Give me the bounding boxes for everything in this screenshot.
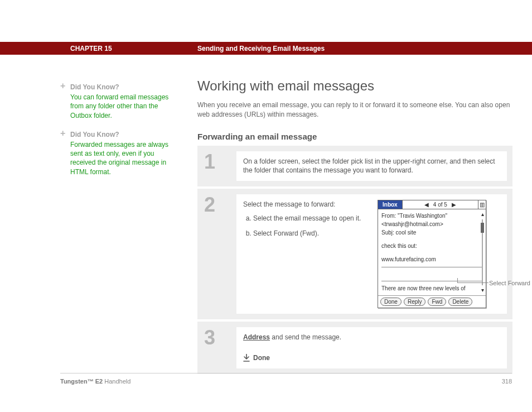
done-row: Done <box>243 353 500 363</box>
tip-heading: Did You Know? <box>70 130 177 139</box>
scrollbar: ▴ ▾ <box>480 210 485 294</box>
page-number: 318 <box>502 378 512 385</box>
screenshot-caption: Select Forward <box>489 279 530 288</box>
substep-b: Select Forward (Fwd). <box>253 229 371 238</box>
done-arrow-icon <box>243 354 250 362</box>
intro-paragraph: When you receive an email message, you c… <box>197 100 512 119</box>
plus-icon: + <box>60 130 67 137</box>
step-number: 2 <box>197 189 236 319</box>
sidebar-tip: + Did You Know? You can forward email me… <box>60 83 177 120</box>
step-2: 2 Select the message to forward: Select … <box>197 189 512 319</box>
folder-picklist-icon: ▥ <box>478 200 486 209</box>
prev-icon: ◀ <box>424 201 429 209</box>
substep-a: Select the email message to open it. <box>253 214 371 223</box>
page-title: Working with email messages <box>197 78 512 94</box>
plus-icon: + <box>60 83 67 89</box>
step-text: On a folder screen, select the folder pi… <box>243 157 500 176</box>
main-content: Working with email messages When you rec… <box>197 78 512 376</box>
from-name: "Travis Washington" <box>398 213 447 219</box>
inbox-tab: Inbox <box>378 200 403 209</box>
next-icon: ▶ <box>452 201 456 209</box>
chapter-number: CHAPTER 15 <box>70 45 112 52</box>
step-1: 1 On a folder screen, select the folder … <box>197 146 512 187</box>
device-fwd-button: Fwd <box>428 298 446 306</box>
sidebar: + Did You Know? You can forward email me… <box>60 83 177 186</box>
tip-body: Forwarded messages are always sent as te… <box>70 140 177 176</box>
chapter-header-bar: CHAPTER 15 Sending and Receiving Email M… <box>0 42 532 55</box>
body-url: www.futurefacing.com <box>381 256 482 264</box>
chapter-title: Sending and Receiving Email Messages <box>197 45 325 52</box>
step-number: 3 <box>197 322 236 374</box>
step-number: 1 <box>197 146 236 187</box>
page-footer: Tungsten™ E2 Handheld 318 <box>60 373 512 385</box>
product-rest: Handheld <box>103 378 130 385</box>
from-label: From: <box>381 213 396 219</box>
device-reply-button: Reply <box>404 298 426 306</box>
callout-line <box>457 282 489 283</box>
device-screenshot: Inbox ◀ 4 of 5 ▶ ▥ From: "Travis Washing… <box>378 200 486 308</box>
done-label: Done <box>253 353 270 363</box>
tip-body: You can forward email messages from any … <box>70 93 177 120</box>
scroll-down-icon: ▾ <box>481 286 484 294</box>
scroll-up-icon: ▴ <box>481 210 484 218</box>
product-name: Tungsten™ E2 Handheld <box>60 378 130 385</box>
product-bold: Tungsten™ E2 <box>60 378 103 385</box>
steps-list: 1 On a folder screen, select the folder … <box>197 146 512 374</box>
subj-label: Subj: <box>381 229 394 236</box>
from-email: <trwashjr@hotmail.com> <box>381 221 482 228</box>
step-3: 3 Address and send the message. Done <box>197 322 512 374</box>
device-done-button: Done <box>380 298 402 306</box>
address-link[interactable]: Address <box>243 333 270 341</box>
body-line: check this out: <box>381 242 482 250</box>
message-counter: 4 of 5 <box>433 201 447 209</box>
tip-heading: Did You Know? <box>70 83 177 92</box>
subj-value: cool site <box>396 229 417 236</box>
step-lead: Select the message to forward: <box>243 200 371 209</box>
section-heading: Forwarding an email message <box>197 132 512 141</box>
device-delete-button: Delete <box>448 298 472 306</box>
cont-line: There are now three new levels of <box>381 285 482 293</box>
sidebar-tip: + Did You Know? Forwarded messages are a… <box>60 130 177 176</box>
step3-rest: and send the message. <box>270 333 341 341</box>
screenshot-column: Inbox ◀ 4 of 5 ▶ ▥ From: "Travis Washing… <box>378 200 500 308</box>
